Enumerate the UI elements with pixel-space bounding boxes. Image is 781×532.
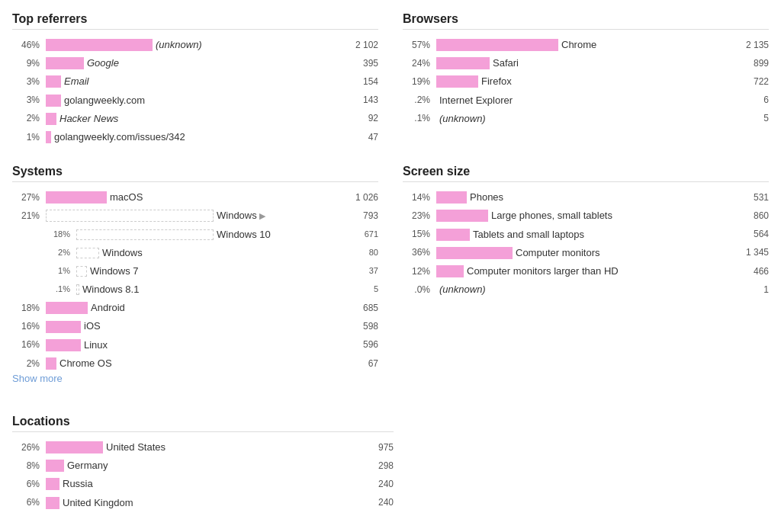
stat-pct: 2% bbox=[49, 247, 70, 258]
stat-count: 671 bbox=[358, 229, 378, 240]
stat-bar-wrap: Computer monitors larger than HD bbox=[436, 264, 747, 278]
stat-label: Windows bbox=[102, 246, 143, 260]
stat-bar bbox=[436, 75, 478, 88]
list-item: 3%Email154 bbox=[12, 72, 378, 91]
stat-bar bbox=[436, 229, 470, 241]
stat-pct: 6% bbox=[12, 478, 40, 491]
browsers-list: 57%Chrome2 13524%Safari89919%Firefox722.… bbox=[403, 36, 769, 128]
stat-label: Linux bbox=[84, 338, 108, 352]
stat-bar bbox=[436, 247, 513, 259]
list-item: 57%Chrome2 135 bbox=[403, 36, 769, 54]
stat-label: Russia bbox=[63, 477, 93, 491]
list-item: .1%Windows 8.15 bbox=[49, 280, 378, 299]
stat-bar-wrap: iOS bbox=[46, 319, 357, 333]
stat-label: macOS bbox=[110, 191, 143, 204]
stat-count: 2 135 bbox=[740, 39, 769, 52]
stat-pct: 26% bbox=[12, 441, 40, 454]
stat-bar-wrap: Phones bbox=[436, 191, 747, 204]
stat-label: Chrome OS bbox=[59, 357, 112, 370]
list-item: 36%Computer monitors1 345 bbox=[403, 244, 769, 262]
stat-count: 466 bbox=[747, 265, 769, 278]
stat-label: Chrome bbox=[561, 38, 596, 52]
browsers-section: Browsers 57%Chrome2 13524%Safari89919%Fi… bbox=[403, 12, 769, 146]
list-item: 9%Google395 bbox=[12, 54, 378, 72]
stat-bar-wrap: Large phones, small tablets bbox=[436, 209, 747, 223]
stat-count: 685 bbox=[357, 302, 378, 315]
stat-label: iOS bbox=[84, 319, 101, 333]
stat-label: Firefox bbox=[481, 75, 512, 88]
stat-count: 92 bbox=[362, 112, 378, 125]
stat-pct: 19% bbox=[403, 75, 430, 88]
stat-count: 975 bbox=[372, 441, 394, 454]
stat-label: Phones bbox=[470, 191, 503, 204]
stat-count: 143 bbox=[357, 94, 378, 107]
stat-count: 531 bbox=[747, 191, 769, 204]
list-item: 18%Windows 10671 bbox=[49, 226, 378, 244]
stat-label: (unknown) bbox=[439, 112, 486, 126]
stat-bar-wrap: Linux bbox=[46, 338, 357, 352]
stat-bar-wrap: Windows 8.1 bbox=[76, 283, 368, 296]
locations-title: Locations bbox=[12, 415, 394, 432]
list-item: 2%Chrome OS67 bbox=[12, 354, 378, 373]
stat-bar-wrap: Windows ▶ bbox=[46, 209, 357, 223]
list-item: 16%iOS598 bbox=[12, 317, 378, 335]
stat-bar-wrap: United Kingdom bbox=[46, 496, 372, 510]
stat-bar-wrap: Internet Explorer bbox=[436, 94, 757, 107]
stat-pct: 46% bbox=[12, 39, 40, 52]
stat-bar-wrap: Germany bbox=[46, 459, 372, 473]
stat-bar-wrap: Tablets and small laptops bbox=[436, 228, 747, 242]
stat-bar-wrap: Computer monitors bbox=[436, 246, 740, 260]
list-item: .1%(unknown)5 bbox=[403, 110, 769, 128]
stat-bar bbox=[436, 191, 467, 204]
stat-pct: 2% bbox=[12, 112, 40, 125]
stat-bar bbox=[436, 265, 464, 277]
stat-bar-wrap: Safari bbox=[436, 56, 747, 70]
stat-label: golangweekly.com/issues/342 bbox=[54, 130, 185, 144]
stat-pct: 2% bbox=[12, 357, 40, 370]
stat-label: Large phones, small tablets bbox=[491, 209, 612, 223]
stat-pct: 3% bbox=[12, 94, 40, 107]
stat-bar bbox=[76, 248, 99, 258]
systems-list: 27%macOS1 02621%Windows ▶79318%Windows 1… bbox=[12, 188, 378, 373]
stat-count: 596 bbox=[357, 338, 378, 351]
stat-bar bbox=[436, 210, 488, 222]
stat-count: 564 bbox=[747, 228, 769, 241]
stat-label: United States bbox=[106, 441, 166, 454]
stat-pct: 23% bbox=[403, 210, 430, 223]
stat-bar-wrap: macOS bbox=[46, 191, 349, 204]
list-item: 46%(unknown)2 102 bbox=[12, 36, 378, 54]
stat-pct: 3% bbox=[12, 75, 40, 88]
stat-count: 2 102 bbox=[349, 39, 378, 52]
stat-pct: 57% bbox=[403, 39, 430, 52]
locations-section: Locations 26%United States9758%Germany29… bbox=[12, 415, 394, 512]
list-item: 24%Safari899 bbox=[403, 54, 769, 72]
stat-pct: 15% bbox=[403, 228, 430, 241]
list-item: 6%Russia240 bbox=[12, 475, 394, 493]
stat-label: Android bbox=[91, 301, 125, 315]
stat-count: 154 bbox=[357, 75, 378, 88]
stat-label: Windows ▶ bbox=[217, 209, 265, 223]
list-item: 8%Germany298 bbox=[12, 457, 394, 475]
list-item: .2%Internet Explorer6 bbox=[403, 91, 769, 110]
systems-title: Systems bbox=[12, 165, 378, 182]
stat-pct: 1% bbox=[12, 131, 40, 144]
stat-bar bbox=[436, 39, 558, 51]
list-item: 18%Android685 bbox=[12, 299, 378, 317]
stat-label: United Kingdom bbox=[63, 496, 133, 510]
stat-pct: 24% bbox=[403, 57, 430, 70]
screen-size-section: Screen size 14%Phones53123%Large phones,… bbox=[403, 165, 769, 396]
stat-pct: .0% bbox=[403, 284, 430, 296]
stat-pct: 18% bbox=[12, 302, 40, 315]
stat-bar-wrap: Chrome OS bbox=[46, 357, 362, 370]
stat-bar-wrap: Windows 7 bbox=[76, 264, 363, 278]
stat-bar bbox=[46, 191, 107, 204]
list-item: 16%Linux596 bbox=[12, 336, 378, 354]
stat-bar bbox=[46, 75, 61, 88]
show-more-link[interactable]: Show more bbox=[12, 373, 63, 384]
stat-bar bbox=[46, 57, 84, 69]
stat-pct: 27% bbox=[12, 191, 40, 204]
stat-bar-wrap: United States bbox=[46, 441, 372, 454]
stat-pct: .1% bbox=[49, 284, 70, 295]
stat-pct: 36% bbox=[403, 246, 430, 259]
stat-pct: 14% bbox=[403, 191, 430, 204]
